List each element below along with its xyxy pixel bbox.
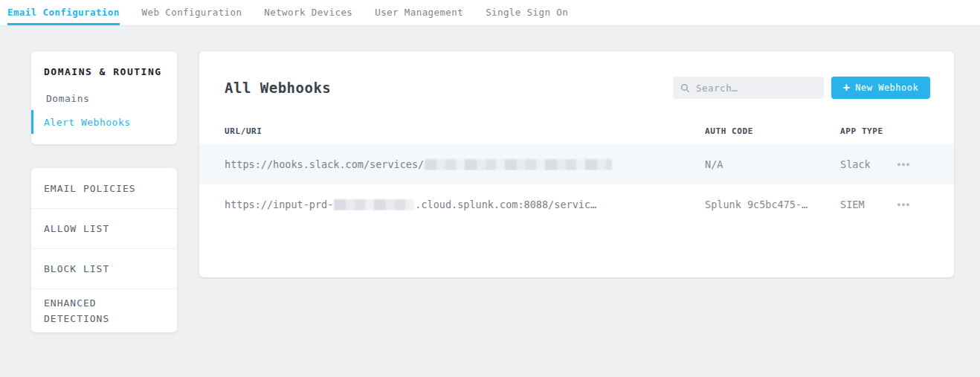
search-input[interactable] <box>696 83 816 94</box>
tab-network-devices[interactable]: Network Devices <box>264 0 352 25</box>
sidebar-item-block-list[interactable]: BLOCK LIST <box>31 248 177 289</box>
sidebar-item-alert-webhooks[interactable]: Alert Webhooks <box>31 110 177 134</box>
sidebar-item-allow-list[interactable]: ALLOW LIST <box>31 208 177 248</box>
redacted-url-segment <box>425 159 612 170</box>
webhooks-panel: All Webhooks + New Webhook URL/URI AUTH … <box>199 51 954 277</box>
sidebar-item-domains[interactable]: Domains <box>31 86 177 110</box>
sidebar-policies-card: EMAIL POLICIES ALLOW LIST BLOCK LIST ENH… <box>31 168 177 332</box>
search-icon <box>680 83 690 93</box>
row-actions-ellipsis-button[interactable] <box>894 158 912 170</box>
ellipsis-dot <box>902 163 905 166</box>
tab-single-sign-on[interactable]: Single Sign On <box>486 0 568 25</box>
tab-web-configuration[interactable]: Web Configuration <box>142 0 242 25</box>
sidebar-group-title: DOMAINS & ROUTING <box>44 66 177 77</box>
new-webhook-button-label: New Webhook <box>855 83 918 93</box>
url-text: https://hooks.slack.com/services/ <box>225 158 424 170</box>
top-nav: Email Configuration Web Configuration Ne… <box>0 0 980 26</box>
redacted-url-segment <box>334 199 414 210</box>
url-text-suffix: .cloud.splunk.com:8088/servic… <box>415 199 596 210</box>
plus-icon: + <box>843 83 851 94</box>
table-body: https://hooks.slack.com/services/ N/A Sl… <box>199 144 954 225</box>
column-header-auth-code: AUTH CODE <box>705 126 753 136</box>
ellipsis-dot <box>906 163 909 166</box>
ellipsis-dot <box>897 203 900 206</box>
table-row: https://hooks.slack.com/services/ N/A Sl… <box>199 144 954 184</box>
table-row: https://input-prd- .cloud.splunk.com:808… <box>199 184 954 225</box>
sidebar-domains-routing-card: DOMAINS & ROUTING Domains Alert Webhooks <box>31 51 177 144</box>
url-cell: https://hooks.slack.com/services/ <box>225 158 690 170</box>
ellipsis-dot <box>897 163 900 166</box>
auth-code-cell: N/A <box>705 158 831 170</box>
search-box[interactable] <box>673 77 824 99</box>
ellipsis-dot <box>902 203 905 206</box>
sidebar-item-label: ENHANCED DETECTIONS <box>44 295 148 326</box>
ellipsis-dot <box>906 203 909 206</box>
auth-code-cell: Splunk 9c5bc475-… <box>705 199 831 210</box>
new-webhook-button[interactable]: + New Webhook <box>831 77 930 99</box>
url-text: https://input-prd- <box>225 199 333 210</box>
url-cell: https://input-prd- .cloud.splunk.com:808… <box>225 199 690 210</box>
app-screen: Email Configuration Web Configuration Ne… <box>0 0 980 377</box>
sidebar-item-email-policies[interactable]: EMAIL POLICIES <box>31 168 177 208</box>
page-title: All Webhooks <box>225 80 331 96</box>
table-header: URL/URI AUTH CODE APP TYPE <box>199 126 954 141</box>
app-type-cell: SIEM <box>840 199 892 210</box>
tab-email-configuration[interactable]: Email Configuration <box>7 0 120 25</box>
column-header-url: URL/URI <box>225 126 262 136</box>
column-header-app-type: APP TYPE <box>840 126 883 136</box>
row-actions-ellipsis-button[interactable] <box>894 199 912 210</box>
sidebar-item-enhanced-detections[interactable]: ENHANCED DETECTIONS <box>31 289 177 332</box>
app-type-cell: Slack <box>840 158 892 170</box>
tab-user-management[interactable]: User Management <box>375 0 463 25</box>
